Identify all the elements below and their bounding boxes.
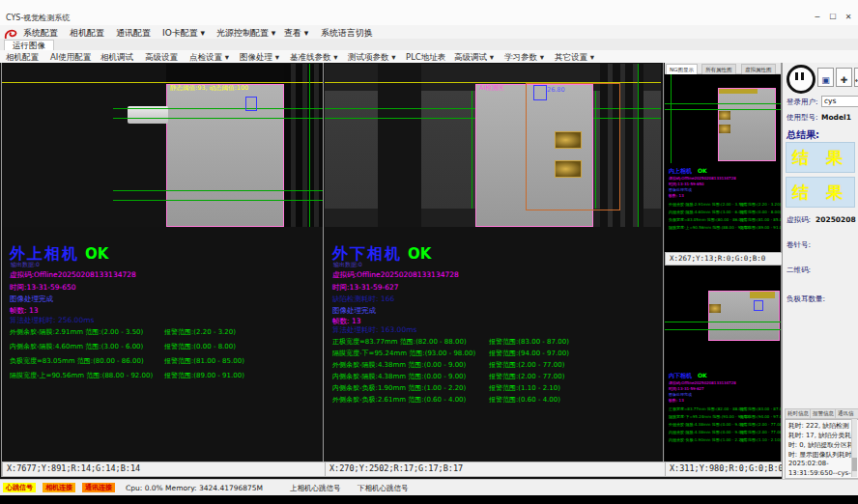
measure-row: 正极宽度=83.77mm 范围:(82.00 - 88.00)	[332, 337, 467, 347]
result-text: 结 果	[792, 148, 848, 167]
alarm-range: 报警范围:(83.00 - 87.00)	[740, 406, 781, 411]
log-tab-timing[interactable]: 耗时信息	[785, 408, 812, 419]
scrollbar-thumb[interactable]	[852, 458, 857, 471]
close-icon[interactable]: ✕	[841, 12, 856, 23]
virtual-code: 虚拟码:Offline20250208133134728	[669, 176, 736, 181]
process-done: 图像处理完成	[332, 306, 376, 316]
alarm-range: 报警范围:(89.00 - 91.00)	[164, 371, 244, 380]
alarm-range: 报警范围:(2.20 - 3.20)	[164, 327, 236, 337]
tab-count-label: 负极耳数量:	[786, 294, 825, 304]
measure-row: 外侧余胶-隔膜:2.91mm 范围:(2.00 - 3.50)	[669, 202, 745, 207]
alarm-range: 报警范围:(0.00 - 8.00)	[164, 342, 236, 351]
log-scrollbar[interactable]	[851, 419, 857, 477]
alarm-range: 报警范围:(1.10 - 2.10)	[489, 383, 560, 393]
separator	[663, 63, 664, 477]
roi-box	[754, 300, 763, 311]
total-result-label: 总结果:	[786, 128, 819, 142]
cpu-memory-readout: Cpu: 0.0% Memory: 3424.41796875M	[126, 484, 263, 492]
tool-button-2[interactable]: ✚	[836, 68, 852, 87]
alarm-range: 报警范围:(2.00 - 77.00)	[489, 360, 564, 370]
camera-title: 内下相机	[669, 372, 692, 380]
tool-button-1[interactable]: ▣	[817, 68, 834, 87]
tool-button-3[interactable]: ←	[854, 68, 858, 87]
overlay-strip	[719, 89, 758, 94]
pause-icon	[795, 72, 798, 80]
minimize-icon[interactable]: ─	[810, 12, 825, 23]
alarm-range: 报警范围:(2.20 - 3.20)	[740, 202, 781, 207]
login-value[interactable]: cys	[821, 96, 858, 107]
status-ok: OK	[698, 372, 707, 378]
time-line: 时间:13-31-59-650	[10, 283, 76, 293]
tab-fold	[555, 131, 582, 149]
virtual-code: 虚拟码:Offline20250208133134728	[669, 380, 736, 385]
pixel-coords-small-1: X:267;Y:13;R:0;G:0;B:0	[665, 252, 785, 266]
measure-row: 内侧余胶-隔膜:4.60mm 范围:(3.00 - 6.00)	[669, 210, 745, 214]
ai-zone-label: AI检测区	[479, 84, 504, 93]
camera-title: 内上相机	[669, 167, 692, 176]
algo-time: 算法处理耗时: 256.00ms	[10, 316, 94, 325]
alarm-range: 报警范围:(2.00 - 77.00)	[740, 430, 781, 434]
plus-icon: ✚	[841, 75, 848, 85]
title-bar: CYS-视觉检测系统 ─ ☐ ✕	[0, 0, 858, 26]
measure-row: 外侧余胶-隔膜:4.38mm 范围:(0.00 - 9.00)	[669, 422, 745, 427]
time-line: 时间:13-31-59-627	[669, 386, 704, 391]
overlay-yellow-line	[2, 82, 323, 83]
status-bar: 心跳信号 相机连接 通讯连接 Cpu: 0.0% Memory: 3424.41…	[0, 479, 858, 495]
status-ok: OK	[85, 245, 108, 263]
measure-row: 内侧余胶-隔膜:4.60mm 范围:(3.00 - 6.00)	[10, 342, 143, 351]
separator	[323, 63, 324, 477]
process-done: 图像处理完成	[669, 392, 692, 397]
threshold-overlay: 静态阈值:93, 动态阈值:100	[170, 84, 248, 93]
result-box-1: 结 果	[786, 142, 855, 173]
comm-link-badge: 通讯连接	[82, 483, 115, 492]
log-tab-alarm[interactable]: 报警信息	[810, 408, 837, 419]
measure-row: 隔膜宽度-上=90.56mm 范围:(88.00 - 92.00)	[10, 371, 153, 380]
camera-image-upper[interactable]: 静态阈值:93, 动态阈值:100	[2, 64, 323, 227]
measure-row: 内侧余胶-负极:1.90mm 范围:(1.00 - 2.20)	[332, 383, 466, 393]
measure-row: 隔膜宽度-下=95.24mm 范围:(93.00 - 98.00)	[332, 349, 475, 358]
frame-count: 帧数: 13	[10, 306, 38, 316]
maximize-icon[interactable]: ☐	[825, 12, 841, 23]
menu-bar: 系统配置 相机配置 通讯配置 IO卡配置 ▾ 光源控制配置 ▾ 查看 ▾ 系统语…	[0, 25, 858, 40]
vcode-value: 20250208	[815, 215, 856, 224]
roi-box	[245, 97, 257, 111]
pause-button[interactable]	[786, 65, 815, 94]
measure-row: 隔膜宽度-上=90.56mm 范围:(88.00 - 92.00)	[669, 225, 751, 230]
alarm-range: 报警范围:(89.00 - 91.00)	[740, 225, 781, 230]
measure-row: 内侧余胶-隔膜:4.38mm 范围:(0.00 - 9.00)	[669, 430, 745, 434]
alarm-range: 报警范围:(2.00 - 77.00)	[489, 372, 564, 381]
output-sub: 输出数据:0	[11, 261, 40, 269]
vcode-label: 虚拟码:	[786, 215, 811, 225]
measure-row: 外侧余胶-负极:2.61mm 范围:(0.60 - 4.00)	[332, 395, 466, 405]
alarm-range: 报警范围:(2.00 - 77.00)	[740, 422, 781, 427]
virtual-code: 虚拟码:Offline20250208133134728	[10, 270, 136, 280]
time-line: 时间:13-31-59-627	[332, 283, 399, 293]
camera-image-lower[interactable]: 26.80 AI检测区	[325, 64, 661, 227]
camera-image-small-2[interactable]: 内下相机 OK 虚拟码:Offline20250208133134728 时间:…	[665, 266, 781, 462]
alarm-range: 报警范围:(1.10 - 2.10)	[740, 437, 781, 442]
overlay-strip	[750, 292, 775, 298]
pause-icon	[801, 72, 804, 80]
upper-cam-heartbeat: 上相机心跳信号	[290, 484, 341, 493]
pixel-coords-upper: X:7677;Y:891;R:14;G:14;B:14	[2, 462, 328, 477]
measure-row: 外侧余胶-隔膜:2.91mm 范围:(2.00 - 3.50)	[10, 327, 143, 337]
measure-row: 负极宽度=83.05mm 范围:(80.00 - 86.00)	[10, 356, 144, 366]
result-text: 结 果	[792, 182, 848, 202]
control-sidebar: ▣ ✚ ← 登录用户: cys 使用型号: Model1 总结果: 结 果 结 …	[782, 63, 858, 479]
alarm-range: 报警范围:(0.00 - 8.00)	[740, 210, 781, 214]
alarm-range: 报警范围:(81.00 - 85.00)	[740, 217, 781, 222]
lower-cam-heartbeat: 下相机心跳信号	[358, 484, 409, 493]
alarm-range: 报警范围:(83.00 - 87.00)	[489, 337, 569, 347]
roi-value: 26.80	[547, 86, 565, 94]
log-tab-comm[interactable]: 通讯信息	[835, 408, 858, 419]
camera-image-small-1[interactable]: 内上相机 OK 虚拟码:Offline20250208133134728 时间:…	[665, 74, 781, 252]
alarm-range: 报警范围:(94.00 - 97.00)	[489, 349, 569, 358]
measure-row: 隔膜宽度-下=95.24mm 范围:(93.00 - 98.00)	[669, 414, 751, 419]
alarm-range: 报警范围:(0.60 - 4.00)	[489, 395, 560, 405]
process-done: 图像处理完成	[10, 294, 53, 304]
small-view-tabs: NG图显示 所有属性图 虚拟属性图	[665, 63, 781, 74]
log-output: 耗时: 222, 缺陷检测耗时: 17, 缺陷分类耗时: 0, 缺陷提取分区耗时…	[785, 419, 858, 479]
pixel-coords-small-2: X:311;Y:980;R:0;G:0;B:0	[665, 462, 785, 477]
frame-count: 帧数: 13	[669, 193, 684, 198]
roi-box	[533, 85, 547, 100]
